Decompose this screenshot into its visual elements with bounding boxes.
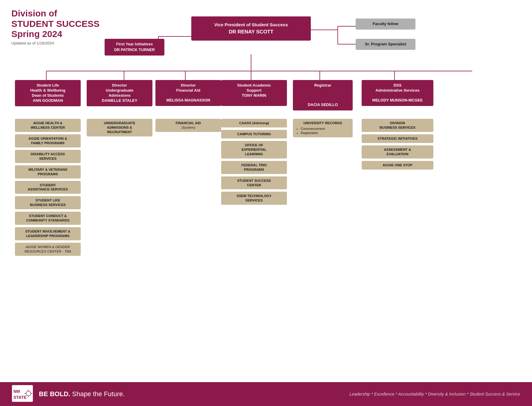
col2-items: UNDERGRADUATEADMISSIONS &RECRUITMENT [87, 119, 152, 136]
list-item: SSEM TECHNOLOGYSERVICES [221, 192, 287, 205]
col4-header: Student Academic Support TONY MARIN [221, 80, 287, 106]
list-item: MILITARY & VETERANSPROGRAMS [15, 165, 81, 179]
list-item: AGGIE WOMEN & GENDERRESOURCES CENTER - T… [15, 243, 81, 256]
sr-program-box: Sr. Program Specialist [356, 39, 415, 50]
col3-items: FINANCIAL AID(System) [155, 119, 221, 132]
faculty-fellow-box: Faculty fellow [356, 19, 415, 30]
first-year-box: First Year Initiatives DR PATRICK TURNER [105, 39, 164, 56]
col1-header: Student Life Health & Wellbeing Dean of … [15, 80, 81, 106]
list-item: STUDENT INVOLVEMENT &LEADERSHIP PROGRAMS [15, 227, 81, 240]
col6-header: DSS Administrative Services MELODY MUNSO… [362, 80, 433, 106]
sr-program-label: Sr. Program Specialist [356, 39, 415, 50]
list-item: STUDENTASSISTANCE SERVICES [15, 181, 81, 194]
nmstate-logo: NM STATE [12, 385, 33, 403]
footer: NM STATE BE BOLD. Shape the Future. Lead… [0, 382, 532, 406]
list-item: UNIVERSITY RECORDS Commencement Registra… [293, 119, 353, 137]
list-item: CAMPUS TUTORING [221, 130, 287, 139]
svg-text:STATE: STATE [13, 395, 27, 400]
footer-tagline: BE BOLD. Shape the Future. [39, 390, 349, 398]
page-title: Division of STUDENT SUCCESS Spring 2024 [11, 8, 100, 39]
list-item: CAASS (Advising) [221, 119, 287, 127]
footer-tagline-rest: Shape the Future. [70, 390, 125, 398]
list-item: AGGIE ORIENTATION &FAMILY PROGRAMS [15, 134, 81, 147]
list-item: FINANCIAL AID(System) [155, 119, 221, 132]
col5-items: UNIVERSITY RECORDS Commencement Registra… [293, 119, 353, 137]
col4-items: CAASS (Advising) CAMPUS TUTORING OFFICE … [221, 119, 287, 205]
list-item: AGGIE HEALTH &WELLNESS CENTER [15, 119, 81, 132]
list-item: STUDENT SUCCESSCENTER [221, 176, 287, 190]
list-item: STRATEGIC INITIATIVES [362, 134, 433, 143]
updated-date: Updated as of 1/16/2024 [11, 41, 100, 45]
list-item: AGGIE ONE STOP [362, 161, 433, 170]
first-year-name: DR PATRICK TURNER [108, 47, 161, 53]
col5-header: Registrar DACIA SEDILLO [293, 80, 353, 110]
list-item: ASSESSMENT &EVALUATION [362, 145, 433, 159]
vp-name: DR RENAY SCOTT [195, 29, 307, 35]
svg-text:NM: NM [13, 389, 20, 394]
list-item: FEDERAL TRIOPROGRAMS [221, 161, 287, 174]
footer-tagline-bold: BE BOLD. [39, 390, 70, 398]
list-item: STUDENT CONDUCT &COMMUNITY STANDARDS [15, 212, 81, 225]
vp-box: Vice President of Student Success DR REN… [191, 16, 311, 41]
vp-role: Vice President of Student Success [195, 22, 307, 28]
col1-items: AGGIE HEALTH &WELLNESS CENTER AGGIE ORIE… [15, 119, 81, 256]
list-item: OFFICE OFEXPERIENTIALLEARNING [221, 141, 287, 159]
list-item: DIVISIONBUSINESS SERVICES [362, 119, 433, 132]
faculty-fellow-label: Faculty fellow [356, 19, 415, 30]
footer-values: Leadership * Excellence * Accountability… [349, 392, 520, 396]
list-item: DISABILITY ACCESSSERVICES [15, 150, 81, 163]
list-item: STUDENT LIFEBUSINESS SERVICES [15, 196, 81, 209]
col3-header: Director Financial Aid MELISSA MAGNASSON [155, 80, 221, 106]
col2-header: Director Undergraduate Admissions DANIEL… [87, 80, 152, 106]
first-year-role: First Year Initiatives [108, 42, 161, 47]
col6-items: DIVISIONBUSINESS SERVICES STRATEGIC INIT… [362, 119, 433, 170]
list-item: UNDERGRADUATEADMISSIONS &RECRUITMENT [87, 119, 152, 136]
title-block: Division of STUDENT SUCCESS Spring 2024 … [11, 8, 100, 45]
